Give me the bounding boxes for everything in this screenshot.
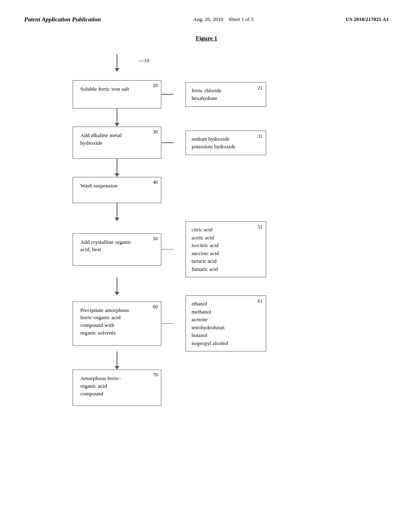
header-center: Aug. 26, 2010 Sheet 1 of 5 (193, 16, 254, 23)
header-sheet: Sheet 1 of 5 (228, 16, 253, 22)
box-70-text: Amorphous ferric-organic acidcompound (80, 375, 121, 397)
arrow-40-50 (73, 203, 161, 221)
box-50: 50 Add crystalline organicacid, heat (73, 233, 161, 266)
box-31-text: sodium hydroxidepotassium hydroxide (192, 136, 236, 150)
flow-row-60: 60 Precipitate amorphousferric-organic a… (73, 295, 266, 351)
arrow-50-60 (73, 277, 161, 295)
header-right: US 2010/217025 A1 (346, 16, 389, 23)
flow-row-70: 70 Amorphous ferric-organic acidcompound (73, 370, 161, 406)
box-51-number: 51 (258, 223, 263, 231)
arrow-20-30 (73, 108, 161, 127)
arrow-60-70 (73, 351, 161, 370)
box-20: 20 Soluble ferric iron salt (73, 80, 161, 108)
box-70-number: 70 (153, 372, 158, 378)
box-40: 40 Wash suspension (73, 177, 161, 203)
box-30: 30 Add alkaline metalhydroxide (73, 127, 161, 159)
connector-50-51 (161, 249, 173, 250)
connector-30-31 (161, 142, 173, 143)
arrow-30-40 (73, 159, 161, 177)
entry-label: —10 (139, 57, 149, 64)
box-21-text: ferric chloridehexahydrate (192, 87, 221, 102)
page: Patent Application Publication Aug. 26, … (0, 0, 413, 532)
box-51: 51 citric acidacetic acidisocitric acids… (186, 221, 266, 277)
flow-row-50: 50 Add crystalline organicacid, heat 51 … (73, 221, 266, 277)
page-header: Patent Application Publication Aug. 26, … (24, 16, 389, 23)
box-61-text: ethanolmethanolacetonetetrohydrofuranbut… (192, 301, 228, 346)
box-60: 60 Precipitate amorphousferric-organic a… (73, 301, 161, 346)
header-left: Patent Application Publication (24, 16, 101, 23)
box-70: 70 Amorphous ferric-organic acidcompound (73, 370, 161, 406)
connector-60-61 (161, 323, 173, 324)
box-20-number: 20 (153, 82, 158, 89)
box-50-number: 50 (153, 235, 158, 242)
box-60-text: Precipitate amorphousferric-organic acid… (80, 307, 129, 336)
flow-row-20: 20 Soluble ferric iron salt 21 ferric ch… (73, 80, 266, 108)
box-30-text: Add alkaline metalhydroxide (80, 132, 122, 146)
box-60-number: 60 (153, 303, 158, 310)
box-50-text: Add crystalline organicacid, heat (80, 239, 131, 253)
box-31-number: 31 (258, 133, 263, 140)
box-61: 61 ethanolmethanolacetonetetrohydrofuran… (186, 295, 266, 351)
box-20-text: Soluble ferric iron salt (80, 86, 129, 92)
box-40-text: Wash suspension (80, 183, 117, 189)
box-61-number: 61 (258, 297, 263, 305)
box-21-number: 21 (258, 84, 263, 91)
flow-row-40: 40 Wash suspension (73, 177, 161, 203)
flow-row-30: 30 Add alkaline metalhydroxide 31 sodium… (73, 127, 266, 159)
box-40-number: 40 (153, 179, 158, 186)
flowchart: —10 20 Soluble ferric iron salt 21 ferri… (24, 54, 389, 406)
connector-20-21 (161, 94, 173, 95)
box-31: 31 sodium hydroxidepotassium hydroxide (186, 131, 266, 155)
header-date: Aug. 26, 2010 (193, 16, 223, 22)
box-51-text: citric acidacetic acidisocitric acidsucc… (192, 227, 219, 272)
box-30-number: 30 (153, 129, 158, 135)
figure-title: Figure 1 (24, 35, 389, 42)
box-21: 21 ferric chloridehexahydrate (186, 82, 266, 107)
